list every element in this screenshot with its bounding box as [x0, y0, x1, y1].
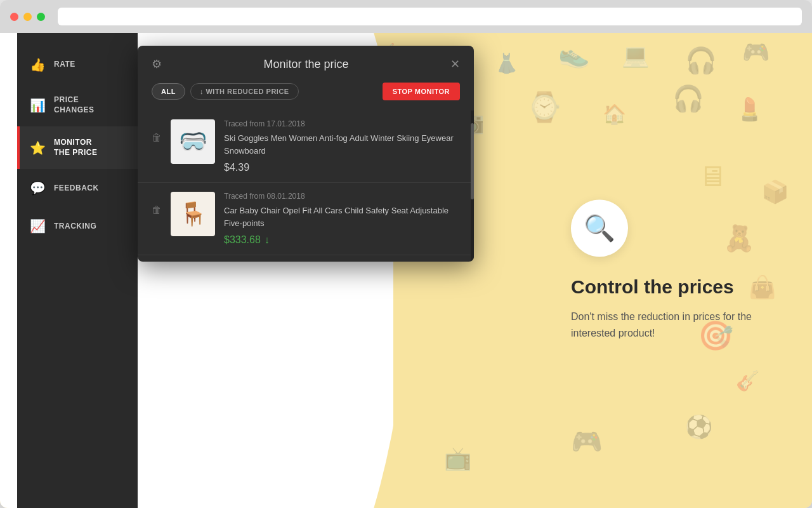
traffic-light-green[interactable]	[37, 13, 45, 21]
product-name-1: Ski Goggles Men Women Anti-fog Adult Win…	[224, 132, 460, 157]
product-item-2: 🗑 Traced from 08.01.2018 Car Baby Chair …	[138, 183, 474, 255]
modal-title: Monitor the price	[162, 58, 450, 71]
browser-content: 🛒 📱 👗 👟 💻 🎧 🎮 🔊 📷 ⌚ 🏠 🎧 💄 🖥 📦 🧸 👜 🎯 🎸	[0, 33, 812, 508]
price-down-arrow-icon: ↓	[265, 234, 270, 246]
tracking-icon: 📈	[30, 218, 45, 234]
sidebar-item-label-price-changes: PRICECHANGES	[54, 95, 95, 115]
scrollbar-thumb[interactable]	[471, 123, 474, 199]
browser-window: 🛒 📱 👗 👟 💻 🎧 🎮 🔊 📷 ⌚ 🏠 🎧 💄 🖥 📦 🧸 👜 🎯 🎸	[0, 0, 812, 508]
traffic-light-yellow[interactable]	[23, 13, 32, 21]
right-panel: 🔍 Control the prices Don't miss the redu…	[571, 199, 761, 341]
delete-product-1-icon[interactable]: 🗑	[152, 132, 162, 144]
product-image-2	[171, 192, 215, 236]
search-circle: 🔍	[571, 199, 628, 257]
product-list: 🗑 Traced from 17.01.2018 Ski Goggles Men…	[138, 110, 474, 262]
scrollbar-track[interactable]	[471, 110, 474, 262]
browser-titlebar	[0, 0, 812, 33]
panel-title: Control the prices	[571, 276, 761, 298]
filter-all-button[interactable]: ALL	[152, 83, 185, 100]
sidebar-item-label-feedback: Feedback	[54, 184, 99, 194]
sidebar-item-label-rate: Rate	[54, 60, 75, 70]
sidebar-item-label-monitor: MONITORTHE PRICE	[54, 138, 98, 157]
panel-description: Don't miss the reduction in prices for t…	[571, 309, 761, 341]
sidebar-item-rate[interactable]: 👍 Rate	[17, 46, 138, 84]
sidebar: 👍 Rate 📊 PRICECHANGES ⭐ MONITORTHE PRICE…	[17, 33, 138, 508]
sidebar-item-monitor-the-price[interactable]: ⭐ MONITORTHE PRICE	[17, 126, 138, 169]
product-traced-date-1: Traced from 17.01.2018	[224, 119, 460, 128]
modal-header: ⚙ Monitor the price ✕	[138, 46, 474, 83]
price-changes-icon: 📊	[30, 98, 45, 113]
rate-icon: 👍	[30, 57, 45, 72]
product-price-2: $333.68 ↓	[224, 234, 460, 246]
product-price-1: $4.39	[224, 162, 460, 173]
stop-monitor-button[interactable]: STOP MONITOR	[383, 83, 460, 100]
close-button[interactable]: ✕	[450, 57, 460, 71]
sidebar-item-label-tracking: Tracking	[54, 222, 96, 232]
modal-filters: ALL ↓ WITH REDUCED PRICE STOP MONITOR	[138, 83, 474, 110]
product-traced-date-2: Traced from 08.01.2018	[224, 192, 460, 201]
sidebar-item-feedback[interactable]: 💬 Feedback	[17, 169, 138, 207]
product-info-2: Traced from 08.01.2018 Car Baby Chair Op…	[224, 192, 460, 246]
product-image-1	[171, 119, 215, 164]
traffic-light-red[interactable]	[10, 13, 18, 21]
filter-reduced-button[interactable]: ↓ WITH REDUCED PRICE	[190, 83, 299, 100]
url-bar[interactable]	[58, 8, 802, 25]
delete-product-2-icon[interactable]: 🗑	[152, 204, 162, 216]
product-item-1: 🗑 Traced from 17.01.2018 Ski Goggles Men…	[138, 110, 474, 183]
filter-button-group: ALL ↓ WITH REDUCED PRICE	[152, 83, 299, 100]
settings-icon[interactable]: ⚙	[152, 57, 162, 71]
product-info-1: Traced from 17.01.2018 Ski Goggles Men W…	[224, 119, 460, 173]
sidebar-item-price-changes[interactable]: 📊 PRICECHANGES	[17, 84, 138, 126]
monitor-icon: ⭐	[30, 140, 45, 156]
sidebar-item-tracking[interactable]: 📈 Tracking	[17, 207, 138, 245]
search-icon: 🔍	[584, 213, 615, 243]
feedback-icon: 💬	[30, 180, 45, 196]
product-name-2: Car Baby Chair Opel Fit All Cars Child S…	[224, 204, 460, 229]
monitor-price-modal: ⚙ Monitor the price ✕ ALL ↓ WITH REDUCED…	[138, 46, 474, 262]
